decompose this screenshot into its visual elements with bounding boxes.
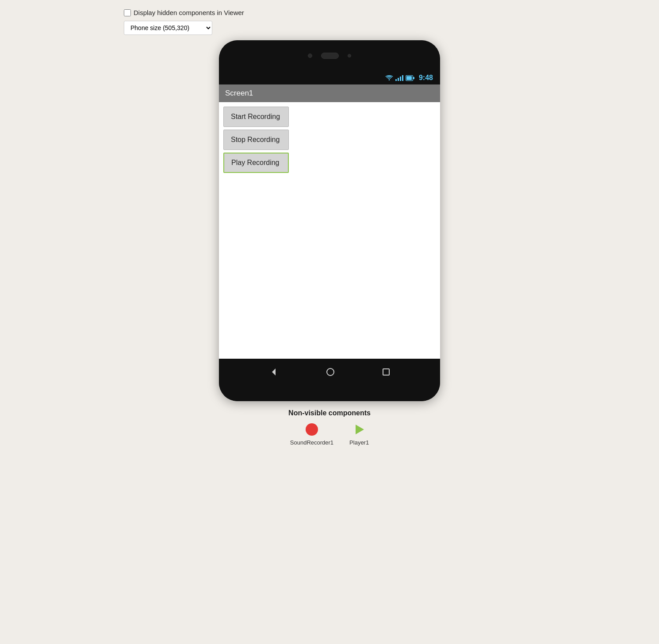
speaker-icon: [321, 53, 339, 59]
player-icon: [351, 422, 367, 437]
battery-icon: [406, 75, 414, 81]
player-label: Player1: [349, 439, 369, 446]
home-nav-icon[interactable]: [326, 367, 335, 377]
svg-point-0: [389, 79, 390, 80]
stop-recording-button[interactable]: Stop Recording: [223, 130, 289, 150]
non-visible-items: SoundRecorder1 Player1: [290, 422, 369, 446]
svg-rect-2: [406, 76, 412, 80]
svg-marker-7: [356, 425, 364, 434]
checkbox-row: Display hidden components in Viewer: [124, 9, 372, 16]
signal-icon: [395, 75, 403, 81]
player-item: Player1: [349, 422, 369, 446]
back-nav-icon[interactable]: [269, 367, 279, 377]
start-recording-button[interactable]: Start Recording: [223, 107, 289, 127]
svg-marker-4: [272, 368, 276, 376]
recents-nav-icon[interactable]: [382, 368, 390, 376]
svg-point-5: [327, 368, 334, 376]
phone-bottom-bezel: [219, 385, 440, 401]
status-time: 9:48: [419, 74, 433, 82]
non-visible-title: Non-visible components: [288, 409, 371, 417]
sound-recorder-item: SoundRecorder1: [290, 422, 333, 446]
top-controls: Display hidden components in Viewer Phon…: [124, 9, 372, 35]
hidden-components-label: Display hidden components in Viewer: [134, 9, 244, 16]
camera-icon: [308, 54, 312, 58]
phone-top-bezel: [219, 40, 440, 71]
screen-titlebar: Screen1: [219, 84, 440, 102]
non-visible-section: Non-visible components SoundRecorder1 Pl…: [288, 409, 371, 446]
wifi-icon: [385, 75, 393, 81]
screen-body: Start Recording Stop Recording Play Reco…: [219, 102, 440, 359]
sensor-icon: [348, 54, 351, 58]
size-select[interactable]: Phone size (505,320) Tablet size (1024,6…: [124, 21, 212, 35]
svg-rect-3: [413, 77, 414, 79]
sound-recorder-label: SoundRecorder1: [290, 439, 333, 446]
play-recording-button[interactable]: Play Recording: [223, 153, 289, 173]
phone-nav-bar: [219, 359, 440, 385]
status-bar: 9:48: [219, 71, 440, 84]
hidden-components-checkbox[interactable]: [124, 9, 131, 16]
svg-rect-6: [383, 369, 389, 375]
sound-recorder-icon: [304, 422, 320, 437]
screen-content: Screen1 Start Recording Stop Recording P…: [219, 84, 440, 359]
phone-shell: 9:48 Screen1 Start Recording Stop Record…: [219, 40, 440, 401]
status-icons: [385, 75, 414, 81]
